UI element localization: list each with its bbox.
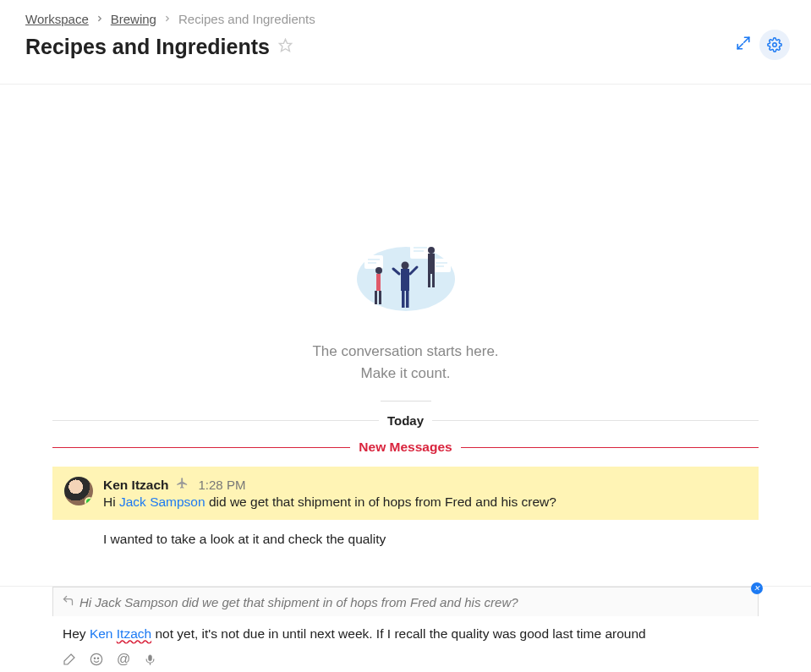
svg-point-26 [94,658,95,658]
header-actions [736,30,790,60]
composer-input[interactable]: Hey Ken Itzach not yet, it's not due in … [52,616,759,645]
message-header: Ken Itzach 1:28 PM [103,477,747,493]
attach-button[interactable] [63,652,76,667]
message-followup: I wanted to take a look at it and check … [52,532,759,547]
empty-line2: Make it count. [0,363,811,385]
avatar[interactable] [64,477,93,505]
svg-marker-0 [279,39,291,51]
mic-button[interactable] [144,652,156,667]
reply-context-text: Hi Jack Sampson did we get that shipment… [79,595,518,609]
svg-point-22 [428,247,435,254]
svg-rect-15 [402,291,405,308]
svg-point-27 [97,658,98,658]
page-title-row: Recipes and Ingredients [25,35,786,59]
message-time: 1:28 PM [199,478,246,492]
svg-rect-24 [432,274,435,287]
svg-rect-28 [149,654,152,660]
svg-point-14 [401,262,408,270]
new-messages-separator: New Messages [52,440,759,455]
svg-point-25 [90,653,101,664]
reply-icon [62,594,74,609]
svg-rect-5 [364,255,383,269]
composer: Hi Jack Sampson did we get that shipment… [0,586,811,672]
message-body: Ken Itzach 1:28 PM Hi Jack Sampson did w… [103,477,747,510]
composer-mention[interactable]: Ken Itzach [90,626,151,641]
day-separator: Today [52,413,759,428]
close-reply-button[interactable]: ✕ [751,582,763,594]
svg-rect-16 [406,291,409,308]
svg-line-1 [744,37,749,42]
chevron-right-icon [163,14,172,25]
main-content: The conversation starts here. Make it co… [0,85,811,575]
reply-context: Hi Jack Sampson did we get that shipment… [52,587,759,616]
breadcrumb-parent[interactable]: Brewing [111,12,156,26]
divider [381,401,431,402]
message-text: Hi Jack Sampson did we get that shipment… [103,494,747,510]
expand-icon[interactable] [736,36,751,54]
header: Workspace Brewing Recipes and Ingredient… [0,0,811,85]
settings-button[interactable] [759,30,790,60]
svg-rect-19 [432,259,451,272]
page-title: Recipes and Ingredients [25,35,270,59]
gear-icon [767,37,782,52]
empty-state-illustration [0,237,811,317]
new-messages-label: New Messages [359,440,452,455]
day-label: Today [387,413,424,428]
composer-toolbar: @ [52,645,759,667]
svg-point-8 [375,267,382,274]
message-highlighted: Ken Itzach 1:28 PM Hi Jack Sampson did w… [52,467,759,520]
svg-rect-9 [375,291,377,304]
breadcrumb-current: Recipes and Ingredients [178,12,315,26]
mention-button[interactable]: @ [117,652,130,667]
breadcrumb-root[interactable]: Workspace [25,12,89,26]
airplane-icon [176,477,189,493]
chevron-right-icon [96,14,104,25]
breadcrumb: Workspace Brewing Recipes and Ingredient… [25,12,786,26]
svg-line-2 [737,44,743,49]
presence-indicator [85,497,93,505]
svg-rect-23 [428,274,430,287]
message: Ken Itzach 1:28 PM Hi Jack Sampson did w… [52,467,759,547]
svg-point-3 [773,43,777,47]
star-icon[interactable] [278,38,293,57]
empty-state-text: The conversation starts here. Make it co… [0,341,811,384]
mention-link[interactable]: Jack Sampson [119,494,205,509]
svg-rect-10 [379,291,381,304]
message-author[interactable]: Ken Itzach [103,478,169,493]
empty-line1: The conversation starts here. [0,341,811,363]
emoji-button[interactable] [90,652,103,667]
